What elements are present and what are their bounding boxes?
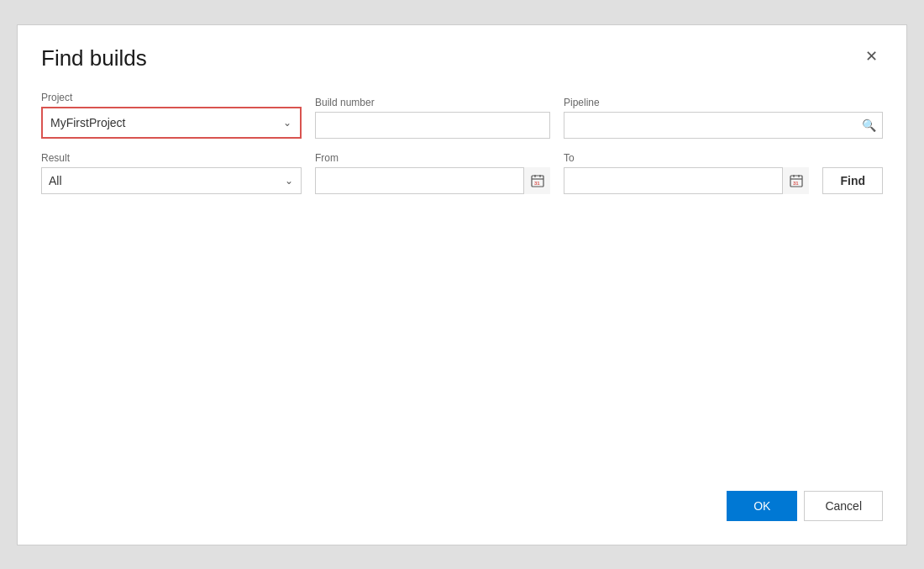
to-date-input[interactable] bbox=[564, 167, 809, 194]
pipeline-input[interactable] bbox=[564, 112, 883, 139]
project-group: Project MyFirstProject ⌄ bbox=[41, 92, 302, 139]
project-label: Project bbox=[41, 92, 302, 103]
dialog-header: Find builds ✕ bbox=[41, 45, 883, 71]
project-select-wrapper: MyFirstProject ⌄ bbox=[41, 107, 302, 139]
form-area: Project MyFirstProject ⌄ Build number Pi… bbox=[41, 92, 883, 208]
result-select[interactable]: All bbox=[41, 167, 302, 194]
result-label: Result bbox=[41, 152, 302, 164]
find-builds-dialog: Find builds ✕ Project MyFirstProject ⌄ B… bbox=[17, 24, 907, 545]
to-date-wrapper: 31 bbox=[564, 167, 809, 194]
form-row-2: Result All ⌄ From bbox=[41, 152, 883, 194]
from-calendar-icon[interactable]: 31 bbox=[523, 167, 550, 194]
build-number-group: Build number bbox=[315, 97, 550, 139]
from-date-wrapper: 31 bbox=[315, 167, 550, 194]
result-select-wrapper: All ⌄ bbox=[41, 167, 302, 194]
to-group: To 31 bbox=[564, 152, 809, 194]
project-select[interactable]: MyFirstProject bbox=[44, 109, 299, 136]
find-button[interactable]: Find bbox=[822, 167, 883, 194]
from-group: From 31 bbox=[315, 152, 550, 194]
form-row-1: Project MyFirstProject ⌄ Build number Pi… bbox=[41, 92, 883, 139]
cancel-button[interactable]: Cancel bbox=[804, 491, 883, 521]
from-label: From bbox=[315, 152, 550, 164]
dialog-footer: OK Cancel bbox=[41, 477, 883, 521]
close-button[interactable]: ✕ bbox=[860, 45, 883, 67]
pipeline-input-wrapper: 🔍 bbox=[564, 112, 883, 139]
pipeline-group: Pipeline 🔍 bbox=[564, 97, 883, 139]
from-date-input[interactable] bbox=[315, 167, 550, 194]
svg-text:31: 31 bbox=[793, 181, 799, 186]
svg-text:31: 31 bbox=[534, 181, 540, 186]
dialog-title: Find builds bbox=[41, 45, 147, 71]
to-calendar-icon[interactable]: 31 bbox=[782, 167, 809, 194]
result-group: Result All ⌄ bbox=[41, 152, 302, 194]
build-number-label: Build number bbox=[315, 97, 550, 108]
build-number-input[interactable] bbox=[315, 112, 550, 139]
ok-button[interactable]: OK bbox=[727, 491, 797, 521]
pipeline-label: Pipeline bbox=[564, 97, 883, 108]
to-label: To bbox=[564, 152, 809, 164]
